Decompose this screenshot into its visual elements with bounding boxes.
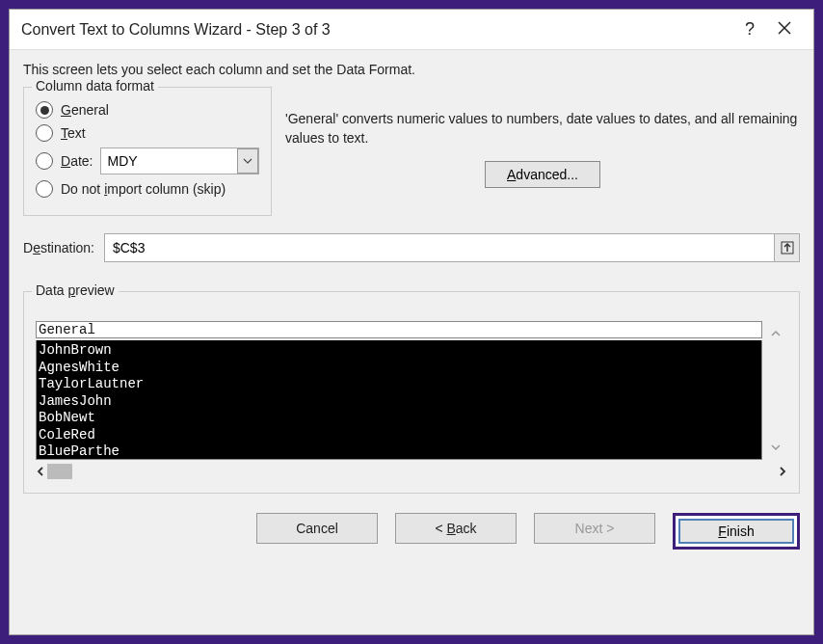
format-description: 'General' converts numeric values to num… [285,110,800,148]
radio-icon [36,124,53,142]
button-bar: Cancel < Back Next > Finish [23,509,800,550]
collapse-dialog-icon [781,241,794,255]
radio-date-row: Date: MDY [36,148,259,174]
hscroll-thumb[interactable] [47,464,72,479]
radio-general[interactable]: General [36,101,259,119]
date-format-select[interactable]: MDY [100,148,259,174]
preview-row: BlueParthe [39,443,759,460]
dialog-window: Convert Text to Columns Wizard - Step 3 … [9,9,814,635]
chevron-down-icon [243,158,252,164]
back-label: < Back [435,521,476,536]
radio-general-label: General [61,102,109,118]
radio-skip-label: Do not import column (skip) [61,181,226,197]
upper-section: Column data format General Text Date: MD… [23,87,800,216]
finish-button[interactable]: Finish [678,519,794,544]
column-format-legend: Column data format [32,78,158,94]
destination-row: Destination: [23,233,800,262]
finish-button-highlight: Finish [673,513,800,550]
data-preview-group: Data preview General JohnBrown AgnesWhit… [23,291,800,494]
preview-row: BobNewt [39,410,759,427]
date-format-value: MDY [107,153,252,169]
radio-icon [36,180,53,198]
preview-row: JamesJohn [39,393,759,411]
intro-text: This screen lets you select each column … [23,62,800,77]
scroll-left-arrow[interactable] [36,466,45,477]
preview-legend: Data preview [32,282,119,298]
close-button[interactable] [767,21,802,38]
destination-input[interactable] [105,234,774,261]
chevron-right-icon [778,466,787,477]
radio-date-label[interactable]: Date: [61,153,93,169]
preview-row: AgnesWhite [39,360,759,377]
scroll-down-arrow[interactable] [770,443,782,452]
column-data-format-group: Column data format General Text Date: MD… [23,87,272,216]
back-button[interactable]: < Back [395,513,517,544]
dialog-body: This screen lets you select each column … [10,50,813,634]
vertical-scrollbar[interactable] [764,321,787,460]
chevron-up-icon [770,329,782,338]
next-label: Next > [575,521,615,536]
help-button[interactable]: ? [732,19,767,40]
next-button: Next > [534,513,655,544]
scroll-up-arrow[interactable] [770,329,782,338]
preview-grid: General JohnBrown AgnesWhite TaylorLautn… [36,321,787,481]
close-icon [778,21,791,35]
hscroll-track[interactable] [47,464,776,479]
preview-row: JohnBrown [39,342,759,360]
finish-label: Finish [718,523,754,539]
preview-row: TaylorLautner [39,376,759,393]
preview-column-header[interactable]: General [36,321,762,338]
chevron-down-icon [770,443,782,452]
right-column: 'General' converts numeric values to num… [285,87,800,216]
radio-text[interactable]: Text [36,124,259,142]
chevron-left-icon [36,466,45,477]
radio-icon [36,101,53,119]
range-picker-button[interactable] [774,234,799,261]
destination-input-wrap [104,233,800,262]
advanced-button[interactable]: Advanced... [485,161,600,188]
preview-row: ColeRed [39,427,759,444]
destination-label: Destination: [23,240,94,255]
dialog-title: Convert Text to Columns Wizard - Step 3 … [21,21,732,39]
titlebar: Convert Text to Columns Wizard - Step 3 … [10,10,813,50]
cancel-label: Cancel [296,521,338,536]
cancel-button[interactable]: Cancel [256,513,378,544]
horizontal-scrollbar[interactable] [36,462,787,481]
radio-text-label: Text [61,125,86,141]
radio-icon[interactable] [36,152,53,170]
advanced-button-label: Advanced... [507,167,578,182]
radio-skip[interactable]: Do not import column (skip) [36,180,259,198]
dropdown-button[interactable] [237,148,258,174]
scroll-right-arrow[interactable] [778,466,787,477]
preview-data-box[interactable]: JohnBrown AgnesWhite TaylorLautner James… [36,340,762,460]
